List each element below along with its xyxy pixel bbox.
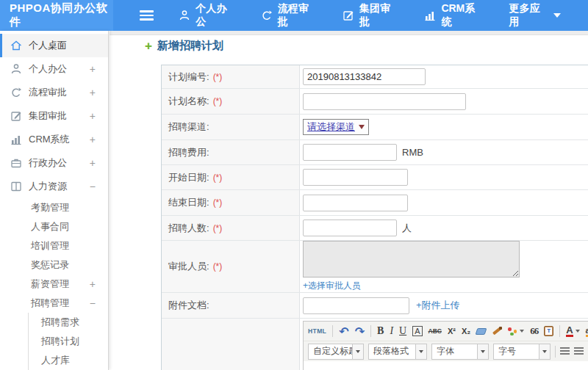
upload-attachment-link[interactable]: +附件上传 xyxy=(416,299,460,312)
bar-chart-icon xyxy=(424,10,436,21)
channel-select[interactable]: 请选择渠道 xyxy=(303,119,369,135)
workflow-icon xyxy=(261,10,273,21)
cost-input[interactable] xyxy=(303,144,397,161)
expand-toggle[interactable]: + xyxy=(90,278,96,290)
person-icon xyxy=(179,10,190,21)
bar-chart-icon xyxy=(10,134,22,145)
person-icon xyxy=(10,63,22,75)
collapse-toggle[interactable]: − xyxy=(90,297,96,309)
align-center-icon[interactable] xyxy=(574,347,584,355)
expand-toggle[interactable]: + xyxy=(90,134,96,145)
recruitment-plan-form: 计划编号: (*) 计划名称: (*) 招聘渠道: 请选择渠 xyxy=(161,65,588,370)
separator xyxy=(370,325,371,337)
expand-toggle[interactable]: + xyxy=(90,157,96,169)
sidebar-item-hr-contracts[interactable]: 人事合同 xyxy=(0,217,108,236)
redo-icon[interactable]: ↷ xyxy=(355,324,365,338)
italic-icon[interactable]: I xyxy=(390,325,393,337)
paste-icon[interactable]: T xyxy=(544,326,553,336)
border-text-icon[interactable]: A xyxy=(412,326,422,336)
headcount-input[interactable] xyxy=(303,220,397,236)
emoticon-color-icon[interactable] xyxy=(508,327,524,335)
required-mark: (*) xyxy=(213,173,223,183)
recruitment-submenu: 招聘需求 招聘计划 人才库 xyxy=(28,313,108,370)
sidebar-item-human-resources[interactable]: 人力资源 − xyxy=(0,175,108,198)
expand-toggle[interactable]: + xyxy=(90,63,96,75)
sidebar-item-label: 个人办公 xyxy=(29,62,67,76)
highlight-color-icon[interactable]: ab xyxy=(586,326,588,337)
form-row-approvers: 审批人员: (*) +选择审批人员 xyxy=(162,241,588,293)
sidebar-item-label: 集团审批 xyxy=(29,109,67,123)
form-row-attachment: 附件文档: +附件上传 xyxy=(162,293,588,319)
rich-text-editor: HTML ↶ ↷ B I U A ABC X² X₂ xyxy=(303,321,588,370)
start-date-input[interactable] xyxy=(303,169,408,186)
form-row-headcount: 招聘人数: (*) 人 xyxy=(162,216,588,241)
font-family-select[interactable]: 字体 xyxy=(431,344,489,360)
sidebar-item-salary-management[interactable]: 薪资管理 + xyxy=(0,275,108,294)
nav-more-apps[interactable]: 更多应用 xyxy=(509,2,561,29)
nav-group-approval[interactable]: 集团审批 xyxy=(343,2,397,29)
plan-name-input[interactable] xyxy=(303,93,466,110)
caret-down-icon xyxy=(359,125,365,129)
sidebar-item-training-management[interactable]: 培训管理 xyxy=(0,236,108,255)
expand-toggle[interactable]: + xyxy=(90,87,96,98)
page-title-text: 新增招聘计划 xyxy=(157,39,223,53)
form-row-end-date: 结束日期: (*) xyxy=(162,190,588,216)
sidebar-item-group-approval[interactable]: 集团审批 + xyxy=(0,104,108,128)
sidebar-item-attendance-management[interactable]: 考勤管理 xyxy=(0,198,108,217)
html-source-button[interactable]: HTML xyxy=(308,327,326,335)
collapse-toggle[interactable]: − xyxy=(90,181,96,192)
edit-icon xyxy=(343,10,354,21)
sidebar-item-reward-records[interactable]: 奖惩记录 xyxy=(0,255,108,275)
sidebar-item-recruitment-plan[interactable]: 招聘计划 xyxy=(29,332,108,351)
caret-down-icon xyxy=(539,344,550,359)
sidebar-item-label: 奖惩记录 xyxy=(31,258,69,272)
approvers-textarea[interactable] xyxy=(303,241,520,278)
eraser-icon[interactable] xyxy=(476,328,486,335)
sidebar-item-workflow-approval[interactable]: 流程审批 + xyxy=(0,81,108,104)
menu-icon[interactable] xyxy=(140,10,154,21)
required-mark: (*) xyxy=(213,261,223,272)
attachment-input[interactable] xyxy=(303,297,409,314)
separator xyxy=(559,325,560,337)
sidebar-item-label: 人事合同 xyxy=(31,220,69,233)
sidebar-item-recruitment-demand[interactable]: 招聘需求 xyxy=(29,313,108,332)
sidebar-item-label: 行政办公 xyxy=(29,156,67,170)
sidebar-item-personal-office[interactable]: 个人办公 + xyxy=(0,57,108,81)
briefcase-icon xyxy=(10,157,22,169)
strikethrough-icon[interactable]: ABC xyxy=(429,327,442,335)
workflow-icon xyxy=(10,87,22,98)
custom-heading-select[interactable]: 自定义标题 xyxy=(308,344,364,360)
sidebar-item-talent-pool[interactable]: 人才库 xyxy=(29,351,108,370)
sidebar-item-label: 培训管理 xyxy=(31,239,69,253)
underline-icon[interactable]: U xyxy=(399,325,406,337)
expand-toggle[interactable]: + xyxy=(90,110,96,122)
sidebar-item-label: 流程审批 xyxy=(29,86,67,99)
field-label: 招聘人数: (*) xyxy=(162,216,300,240)
sidebar-item-recruitment-management[interactable]: 招聘管理 − xyxy=(0,294,108,313)
font-color-icon[interactable]: A xyxy=(566,325,579,337)
blockquote-icon[interactable]: 66 xyxy=(530,325,538,337)
nav-workflow-approval[interactable]: 流程审批 xyxy=(261,2,315,29)
subscript-icon[interactable]: X₂ xyxy=(462,327,470,335)
plan-number-input[interactable] xyxy=(303,68,426,85)
undo-icon[interactable]: ↶ xyxy=(339,324,348,338)
select-approvers-link[interactable]: +选择审批人员 xyxy=(303,280,361,292)
field-label: 结束日期: (*) xyxy=(162,190,300,215)
sidebar-item-crm-system[interactable]: CRM系统 + xyxy=(0,128,108,151)
sidebar-item-admin-office[interactable]: 行政办公 + xyxy=(0,151,108,175)
nav-label: 流程审批 xyxy=(278,2,315,29)
nav-crm-system[interactable]: CRM系统 xyxy=(424,2,481,29)
nav-personal-office[interactable]: 个人办公 xyxy=(179,2,233,29)
sidebar-item-label: 招聘管理 xyxy=(31,297,69,310)
end-date-input[interactable] xyxy=(303,195,408,211)
caret-down-icon xyxy=(477,344,488,359)
font-size-select[interactable]: 字号 xyxy=(493,344,551,360)
superscript-icon[interactable]: X² xyxy=(448,327,456,335)
paragraph-format-select[interactable]: 段落格式 xyxy=(368,344,427,360)
bold-icon[interactable]: B xyxy=(377,325,384,337)
page-title: + 新增招聘计划 xyxy=(145,39,223,53)
format-brush-icon[interactable] xyxy=(492,326,502,336)
align-left-icon[interactable] xyxy=(560,347,570,355)
sidebar-item-personal-desktop[interactable]: 个人桌面 xyxy=(0,34,108,57)
editor-content-area[interactable] xyxy=(304,361,588,370)
